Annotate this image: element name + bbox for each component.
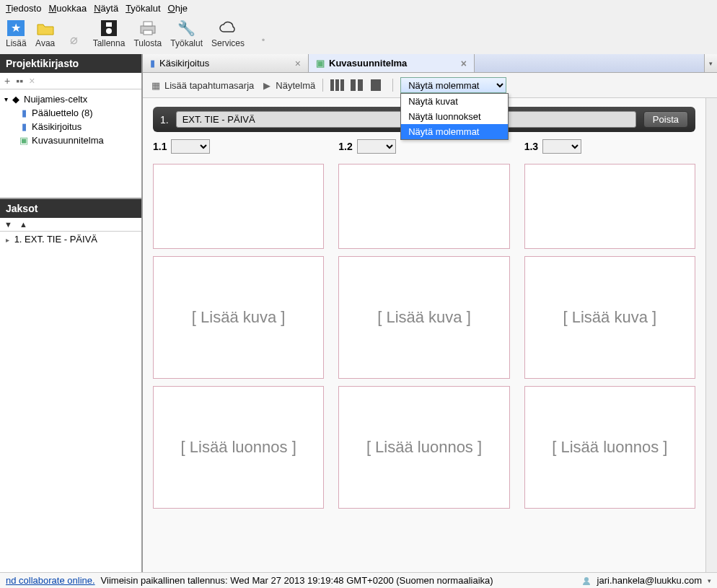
shot-number: 1.3 [524,141,538,152]
shot-column: 1.2 [ Lisää kuva ] [ Lisää luonnos ] [338,139,509,509]
add-sequence-icon: ▦ [150,79,162,91]
menu-option[interactable]: Näytä kuvat [401,94,508,109]
layout-one-icon[interactable] [371,79,385,91]
menu-help[interactable]: Ohje [168,3,188,14]
svg-rect-6 [144,22,152,26]
library-header: Projektikirjasto [0,54,141,73]
doc-icon: ▮ [19,122,29,132]
tab-script[interactable]: ▮ Käsikirjoitus × [143,54,309,72]
project-icon: ◆ [11,95,21,105]
seq-down-button[interactable]: ▼ [4,220,12,229]
project-tree: ▾ ◆ Nuijamies-celtx ▮ Pääluettelo (8) ▮ … [0,89,141,198]
menu-view[interactable]: Näytä [94,3,118,14]
toolbar-label: Tallenna [93,38,126,48]
svg-point-8 [584,577,589,582]
sequences-header: Jaksot [0,199,141,218]
storyboard-icon: ▣ [316,58,325,69]
shot-header: 1.2 [338,139,509,154]
sequence-list: 1. EXT. TIE - PÄIVÄ [0,232,141,572]
save-icon [99,19,119,37]
shot-column: 1.1 [ Lisää kuva ] [ Lisää luonnos ] [153,139,324,509]
document-tabs: ▮ Käsikirjoitus × ▣ Kuvasuunnitelma × ▾ [143,54,717,73]
attach-button[interactable]: ⌀ [64,31,84,48]
user-icon [581,576,591,586]
add-item-button[interactable]: + [4,75,10,87]
view-mode-select[interactable]: Näytä molemmat Näytä kuvat Näytä luonnok… [400,77,506,93]
services-button[interactable]: Services [211,19,245,48]
vertical-scrollbar[interactable] [705,98,717,572]
add-draft-box[interactable]: [ Lisää luonnos ] [524,386,695,509]
separator [322,79,323,92]
shot-type-select[interactable] [357,139,396,154]
add-sequence-button[interactable]: ▦ Lisää tapahtumasarja [150,79,254,91]
folder-icon [35,19,56,37]
menu-bar: Tiedosto Muokkaa Näytä Työkalut Ohje [0,0,717,17]
tree-label: Käsikirjoitus [32,121,82,132]
separator [392,79,393,92]
save-button[interactable]: Tallenna [93,19,126,48]
view-mode-dropdown[interactable]: Näytä molemmat [400,77,506,93]
svg-text:★: ★ [11,22,21,34]
shot-header: 1.1 [153,139,324,154]
tab-storyboard[interactable]: ▣ Kuvasuunnitelma × [309,54,475,72]
tree-item[interactable]: ▣ Kuvasuunnitelma [0,133,141,147]
sequence-nav: ▼ ▲ [0,218,141,232]
btn-label: Lisää tapahtumasarja [164,80,254,91]
add-draft-box[interactable]: [ Lisää luonnos ] [153,386,324,509]
tree-project-root[interactable]: ▾ ◆ Nuijamies-celtx [0,92,141,106]
add-image-box[interactable]: [ Lisää kuva ] [524,256,695,379]
folder-icon[interactable]: ▪▪ [16,75,23,87]
user-email[interactable]: jari.hankela@luukku.com [597,575,702,586]
doc-icon: ▮ [19,108,29,118]
shot-type-select[interactable] [171,139,210,154]
shot-type-select[interactable] [542,139,581,154]
sequence-item[interactable]: 1. EXT. TIE - PÄIVÄ [0,232,141,247]
menu-edit[interactable]: Muokkaa [48,3,87,14]
layout-columns-icon[interactable] [330,79,345,91]
tree-item[interactable]: ▮ Käsikirjoitus [0,120,141,133]
shot-thumb-empty[interactable] [338,164,509,249]
shot-thumb-empty[interactable] [153,164,324,249]
tab-overflow-button[interactable]: ▾ [704,54,717,72]
print-button[interactable]: Tulosta [133,19,162,48]
dot-icon: • [253,31,273,48]
tree-label: Nuijamies-celtx [24,94,87,105]
menu-option[interactable]: Näytä molemmat [401,124,508,139]
close-icon[interactable]: × [461,58,467,69]
printer-icon [138,19,158,37]
delete-scene-button[interactable]: Poista [643,111,688,128]
play-icon: ▶ [261,79,273,91]
star-icon: ★ [6,19,26,37]
attach-icon: ⌀ [64,31,84,48]
layout-two-icon[interactable] [351,79,365,91]
open-button[interactable]: Avaa [35,19,56,48]
menu-option[interactable]: Näytä luonnokset [401,109,508,124]
add-image-box[interactable]: [ Lisää kuva ] [153,256,324,379]
tree-item[interactable]: ▮ Pääluettelo (8) [0,106,141,120]
menu-file[interactable]: Tiedosto [6,3,41,14]
shot-number: 1.1 [153,141,167,152]
menu-tools[interactable]: Työkalut [126,3,160,14]
collaborate-link[interactable]: nd collaborate online. [6,575,95,586]
tree-label: Pääluettelo (8) [32,107,93,118]
close-icon[interactable]: × [295,58,301,69]
main-toolbar: ★ Lisää Avaa ⌀ Tallenna Tulosta 🔧 Työkal… [0,17,717,54]
content-area: ▮ Käsikirjoitus × ▣ Kuvasuunnitelma × ▾ … [143,54,717,572]
overflow-button[interactable]: • [253,31,273,48]
add-image-box[interactable]: [ Lisää kuva ] [338,256,509,379]
add-button[interactable]: ★ Lisää [6,19,27,48]
wrench-icon: 🔧 [177,19,197,37]
toolbar-label: Työkalut [170,38,203,48]
shot-thumb-empty[interactable] [524,164,695,249]
tools-button[interactable]: 🔧 Työkalut [170,19,203,48]
scene-number: 1. [160,114,169,126]
add-draft-box[interactable]: [ Lisää luonnos ] [338,386,509,509]
remove-item-button[interactable]: × [29,75,35,87]
layout-icons [330,79,385,91]
library-tools: + ▪▪ × [0,73,141,89]
sequence-label: 1. EXT. TIE - PÄIVÄ [14,234,97,245]
dropdown-icon[interactable]: ▾ [708,577,711,584]
toolbar-label: Tulosta [133,38,162,48]
play-button[interactable]: ▶ Näytelmä [261,79,315,91]
seq-up-button[interactable]: ▲ [19,220,27,229]
